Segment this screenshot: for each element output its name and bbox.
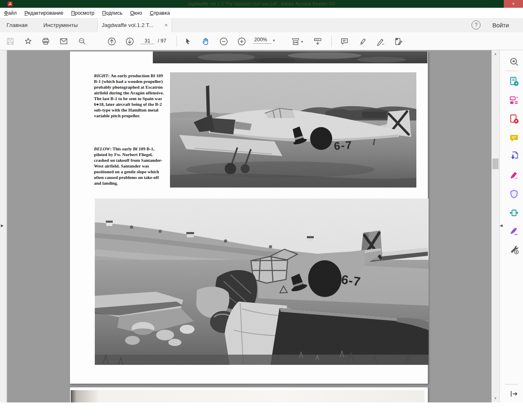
fit-width-icon [291,37,300,46]
export-pdf-button[interactable] [508,76,520,87]
more-tools-button[interactable] [508,244,520,255]
edit-pdf-icon [509,95,519,105]
caption-below-body: : This early Bf 109 B-1, piloted by Fw. … [94,146,162,185]
toolbar-separator [331,36,332,47]
chevron-down-icon[interactable]: ▾ [301,40,303,44]
sign-in-button[interactable]: Войти [492,18,509,32]
email-button[interactable] [58,36,69,47]
adobe-sign-button[interactable] [508,226,520,237]
tab-document[interactable]: Jagdwaffe vol.1.2 T... × [97,18,172,32]
zoom-in-button[interactable] [236,36,247,47]
protect-pdf-button[interactable] [508,188,520,200]
close-button[interactable]: × [504,0,523,8]
wrench-plus-icon [509,244,519,255]
search-icon [78,37,87,46]
fountain-pen-icon [376,37,385,46]
chevron-down-icon: ▾ [273,38,275,42]
help-icon[interactable]: ? [472,20,481,29]
search-tools-button[interactable] [508,56,520,67]
star-icon [24,37,33,46]
scroll-down-icon[interactable]: ∨ [492,395,499,402]
print-button[interactable] [40,36,51,47]
compress-pdf-button[interactable] [508,207,520,219]
photo-bottom-crash: 6-7 [95,199,429,365]
expand-nav-pane-icon[interactable]: ▶ [1,223,4,228]
compress-pdf-icon [509,208,519,218]
create-pdf-icon [509,114,519,124]
caption-right-lead: RIGHT [94,73,108,78]
main-area: ▶ [0,50,523,402]
menu-view[interactable]: Просмотр [71,10,94,16]
scroll-up-icon[interactable]: ∧ [492,51,499,58]
print-icon [41,37,50,46]
page-up-icon [107,37,116,46]
toolbar-separator [177,36,177,47]
pdf-page-next [69,387,428,402]
zoom-out-icon [219,37,228,46]
convert-tool-button[interactable] [393,36,404,47]
menu-sign[interactable]: Подпись [102,10,122,16]
tab-tools[interactable]: Инструменты [43,18,78,32]
star-button[interactable] [23,36,34,47]
edit-pdf-button[interactable] [508,94,520,106]
comment-icon [340,37,349,46]
titlebar: Jagdwaffe vol.1.2 The Spanish civil war.… [0,0,523,8]
photo-top-bf109: 6-7 [170,72,416,188]
menu-file[interactable]: Файл [4,10,17,16]
fill-sign-icon [509,170,519,180]
reading-mode-icon [313,37,322,46]
collapse-tools-pane-icon[interactable]: ◀ [500,223,503,228]
zoom-out-button[interactable] [218,36,229,47]
fill-sign-tool-button[interactable] [375,36,386,47]
fit-width-button[interactable] [290,36,301,47]
find-button[interactable] [77,36,87,47]
reading-mode-button[interactable] [312,36,323,47]
comment-rail-button[interactable] [508,132,520,144]
shield-icon [509,189,519,199]
export-pdf-icon [509,76,519,87]
tabbar: Главная Инструменты Jagdwaffe vol.1.2 T.… [0,18,523,32]
caption-right: RIGHT: An early production Bf 109 B-1 (w… [94,73,164,118]
open-tools-pane-button[interactable] [508,388,520,400]
create-pdf-button[interactable] [508,113,520,125]
zoom-level-value: 200% [253,37,271,44]
hand-tool-icon [201,37,210,46]
menu-window[interactable]: Окно [130,10,142,16]
rail-divider [505,384,518,384]
document-viewport[interactable]: RIGHT: An early production Bf 109 B-1 (w… [7,50,492,402]
next-page-button[interactable] [124,36,135,47]
navigation-pane-strip[interactable]: ▶ [0,50,7,402]
save-icon [6,37,15,46]
page-down-icon [125,37,134,46]
highlight-tool-button[interactable] [357,36,368,47]
vertical-scrollbar[interactable]: ∧ ∨ [492,50,499,402]
save-button[interactable] [5,36,16,47]
menubar: Файл Редактирование Просмотр Подпись Окн… [0,8,523,18]
next-page-photo-edge [71,390,425,402]
combine-files-icon [509,150,519,161]
search-arrow-icon [509,56,519,67]
previous-page-button[interactable] [106,36,117,47]
comment-tool-button[interactable] [339,36,350,47]
select-tool-button[interactable] [183,36,193,47]
hand-tool-button[interactable] [200,36,211,47]
combine-files-button[interactable] [508,150,520,161]
acrobat-window: Jagdwaffe vol.1.2 The Spanish civil war.… [0,0,523,402]
tab-document-label: Jagdwaffe vol.1.2 T... [102,22,153,28]
zoom-level-select[interactable]: 200% ▾ [253,37,275,44]
fill-sign-rail-button[interactable] [508,169,520,181]
tab-close-icon[interactable]: × [165,22,168,28]
scrollbar-thumb[interactable] [492,159,498,169]
menu-help[interactable]: Справка [150,10,170,16]
tab-home[interactable]: Главная [7,18,27,32]
caption-below-lead: BELOW [94,146,110,151]
caption-right-body: : An early production Bf 109 B-1 (which … [94,73,164,118]
menu-edit[interactable]: Редактирование [25,10,63,16]
expand-pane-icon [510,390,518,398]
page-number-field[interactable] [141,38,154,44]
page-number-input[interactable] [141,37,154,44]
pdf-page: RIGHT: An early production Bf 109 B-1 (w… [69,51,428,384]
highlighter-icon [358,37,367,46]
toolbar: / 97 200% ▾ ▾ [0,32,523,50]
window-title: Jagdwaffe vol.1.2 The Spanish civil war.… [0,1,523,6]
